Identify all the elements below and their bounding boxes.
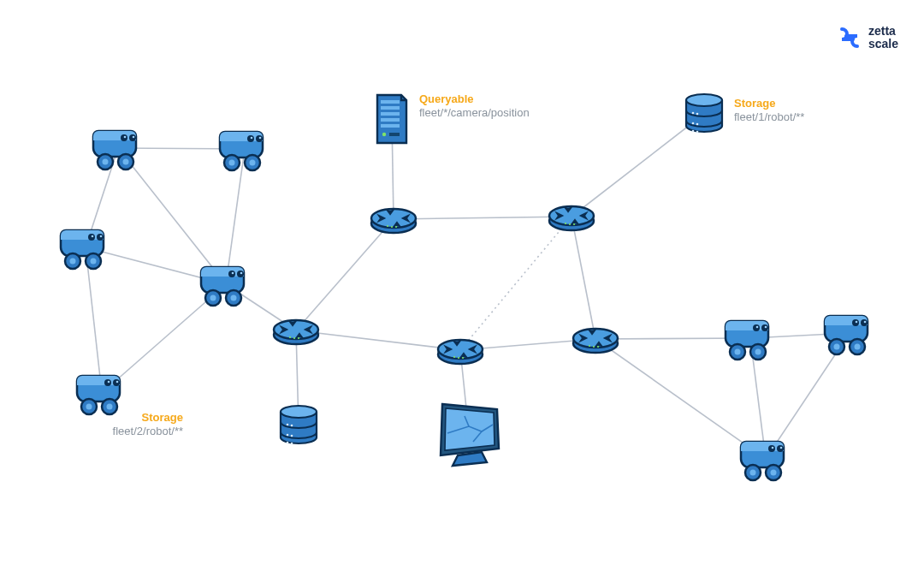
svg-point-33 <box>113 379 120 386</box>
svg-point-68 <box>395 226 397 228</box>
svg-rect-95 <box>389 133 400 136</box>
svg-point-99 <box>692 122 695 125</box>
brand-line1: zetta <box>868 25 898 38</box>
robot-node-robotE <box>74 369 130 417</box>
svg-point-31 <box>231 295 237 301</box>
label-title: Queryable <box>419 92 530 106</box>
svg-point-108 <box>287 442 289 444</box>
svg-point-57 <box>777 445 784 452</box>
svg-point-10 <box>251 137 253 140</box>
svg-point-87 <box>593 346 595 348</box>
router-node-routerB <box>547 200 596 233</box>
svg-point-37 <box>86 404 92 410</box>
robot-node-robotF <box>722 314 779 362</box>
svg-point-7 <box>123 159 129 165</box>
svg-point-66 <box>387 225 388 227</box>
svg-point-47 <box>755 349 761 355</box>
svg-point-27 <box>240 272 243 275</box>
svg-rect-90 <box>381 106 400 110</box>
edge-layer <box>0 0 924 571</box>
svg-point-8 <box>247 135 254 142</box>
svg-point-67 <box>391 226 393 228</box>
svg-point-42 <box>756 326 759 329</box>
svg-point-24 <box>228 271 235 277</box>
storage-node-storage2 <box>277 403 320 448</box>
svg-point-40 <box>753 324 760 331</box>
label-queryable: Queryable fleet/*/camera/position <box>419 92 530 121</box>
svg-rect-92 <box>381 118 400 122</box>
svg-point-58 <box>772 447 774 449</box>
svg-point-101 <box>692 130 695 133</box>
storage-node-storage1 <box>683 92 726 136</box>
svg-point-81 <box>453 356 455 358</box>
svg-point-96 <box>686 94 722 106</box>
svg-point-11 <box>259 137 262 140</box>
label-sub: fleet/2/robot/** <box>113 425 183 438</box>
svg-point-105 <box>291 425 293 427</box>
svg-point-9 <box>256 135 263 142</box>
svg-point-97 <box>692 112 695 115</box>
svg-point-53 <box>834 344 840 350</box>
router-node-routerA <box>369 203 418 235</box>
svg-point-88 <box>597 346 599 348</box>
robot-node-robotB <box>216 125 273 173</box>
svg-point-23 <box>91 259 97 265</box>
svg-point-104 <box>287 424 289 426</box>
server-node-server <box>372 90 412 148</box>
svg-point-51 <box>864 321 867 324</box>
brand-line2: scale <box>868 38 898 51</box>
svg-point-109 <box>291 443 293 445</box>
robot-node-robotG <box>821 309 878 357</box>
svg-point-32 <box>104 379 111 386</box>
robot-node-robotD <box>198 260 254 308</box>
svg-point-16 <box>88 234 95 241</box>
svg-point-103 <box>281 406 317 418</box>
svg-point-98 <box>696 113 699 116</box>
svg-point-86 <box>589 345 590 347</box>
svg-point-39 <box>107 404 113 410</box>
svg-point-50 <box>856 321 858 324</box>
label-title: Storage <box>734 97 804 110</box>
svg-point-76 <box>289 336 291 338</box>
svg-point-56 <box>768 445 775 452</box>
svg-point-61 <box>750 470 756 476</box>
svg-point-83 <box>462 357 464 359</box>
svg-point-13 <box>229 160 235 166</box>
svg-rect-91 <box>381 112 400 116</box>
svg-point-82 <box>458 357 459 359</box>
svg-point-70 <box>549 206 594 225</box>
svg-point-41 <box>761 324 768 331</box>
monitor-node-monitor <box>430 399 507 467</box>
svg-point-45 <box>735 349 741 355</box>
svg-point-80 <box>438 340 483 359</box>
svg-point-21 <box>70 259 76 265</box>
edge-routerB-routerD <box>460 217 572 350</box>
label-storage-right: Storage fleet/1/robot/** <box>734 97 804 125</box>
svg-point-85 <box>573 329 618 348</box>
robot-node-robotC <box>57 223 114 271</box>
svg-rect-89 <box>381 100 400 104</box>
label-sub: fleet/*/camera/position <box>419 106 530 120</box>
svg-point-77 <box>293 337 295 339</box>
svg-point-72 <box>569 223 571 225</box>
brand-mark-icon <box>838 24 862 51</box>
brand-logo: zetta scale <box>838 24 898 51</box>
label-sub: fleet/1/robot/** <box>734 110 804 124</box>
svg-point-102 <box>696 131 699 134</box>
svg-point-100 <box>696 123 699 126</box>
svg-point-48 <box>852 319 859 326</box>
svg-point-17 <box>97 234 104 241</box>
router-node-routerD <box>435 334 485 366</box>
svg-point-3 <box>133 136 135 139</box>
svg-point-107 <box>291 435 293 437</box>
svg-point-73 <box>573 223 575 225</box>
svg-point-29 <box>210 295 216 301</box>
svg-point-15 <box>250 160 256 166</box>
brand-name: zetta scale <box>868 25 898 50</box>
robot-node-robotH <box>737 435 794 483</box>
svg-point-35 <box>116 381 119 384</box>
edge-routerB-routerE <box>572 217 595 339</box>
svg-point-26 <box>232 272 234 275</box>
svg-point-2 <box>124 136 127 139</box>
svg-point-55 <box>855 344 861 350</box>
